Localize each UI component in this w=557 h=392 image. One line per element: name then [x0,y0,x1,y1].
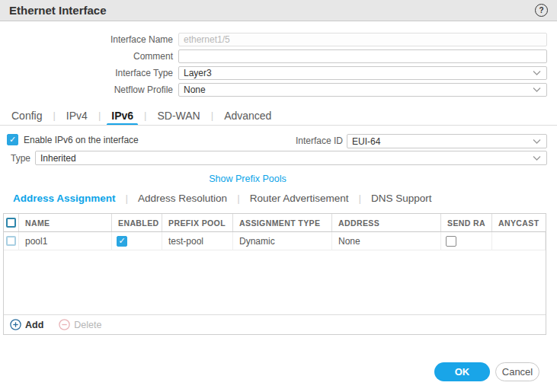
chevron-down-icon [533,155,541,161]
delete-button-label: Delete [74,320,101,330]
show-prefix-pools-link[interactable]: Show Prefix Pools [190,174,305,184]
enable-ipv6-label: Enable IPv6 on the interface [24,135,139,145]
table-header-row: NAMEENABLEDPREFIX POOLASSIGNMENT TYPEADD… [4,214,546,232]
subtab-separator: | [126,193,129,204]
column-header-assignment-type: ASSIGNMENT TYPE [233,214,332,231]
interface-name-value: ethernet1/5 [184,34,230,45]
form-row-interface-type: Interface Type Layer3 [0,66,547,80]
interface-name-field: ethernet1/5 [178,33,547,46]
type-select[interactable]: Inherited [35,151,547,165]
tab-ipv4[interactable]: IPv4 [65,106,89,125]
header-select-all-cell [4,214,19,231]
column-header-name: NAME [19,214,112,231]
dialog-title: Ethernet Interface [9,4,107,17]
type-value: Inherited [40,153,76,164]
enable-ipv6-row: ✓ Enable IPv6 on the interface [7,134,139,145]
tab-sd-wan[interactable]: SD-WAN [155,106,201,125]
column-header-anycast: ANYCAST [492,214,546,231]
minus-circle-icon [59,319,70,330]
comment-field[interactable] [178,49,547,63]
delete-button[interactable]: Delete [59,319,101,330]
column-header-send-ra: SEND RA [441,214,492,231]
tab-ipv6[interactable]: IPv6 [110,106,135,125]
address-assignment-table: NAMEENABLEDPREFIX POOLASSIGNMENT TYPEADD… [3,213,546,335]
tab-separator: | [144,110,146,121]
type-label: Type [0,153,30,164]
tab-separator: | [211,110,213,121]
subtab-address-assignment[interactable]: Address Assignment [13,193,116,204]
cell-assignment-type: Dynamic [233,232,332,250]
interface-type-value: Layer3 [184,68,212,78]
form-row-comment: Comment [0,49,547,63]
ok-button[interactable]: OK [434,362,490,381]
help-icon[interactable]: ? [535,4,548,17]
column-header-enabled: ENABLED [112,214,162,231]
netflow-profile-label: Netflow Profile [0,84,178,95]
table-body: pool1✓test-poolDynamicNone [4,232,546,250]
tab-advanced[interactable]: Advanced [222,106,273,125]
netflow-profile-value: None [184,84,206,95]
sub-tabs: Address Assignment|Address Resolution|Ro… [13,190,432,206]
main-tabs: Config|IPv4|IPv6|SD-WAN|Advanced [10,106,273,125]
cell-send-ra [441,232,492,250]
table-action-bar: Add Delete [4,314,546,334]
plus-circle-icon [10,319,21,330]
netflow-profile-select[interactable]: None [178,83,547,97]
tabs-divider [0,125,557,126]
interface-type-label: Interface Type [0,68,178,78]
interface-name-label: Interface Name [0,34,178,45]
interface-type-select[interactable]: Layer3 [178,66,547,80]
check-icon: ✓ [9,135,16,144]
row-select-cell [4,232,19,250]
interface-id-label: Interface ID [267,135,343,146]
tab-config[interactable]: Config [10,106,43,125]
row-select-checkbox[interactable] [6,236,16,246]
cell-address: None [332,232,441,250]
interface-id-value: EUI-64 [352,136,380,147]
enable-ipv6-checkbox[interactable]: ✓ [7,134,18,145]
cell-anycast [492,232,546,250]
tab-separator: | [53,110,55,121]
subtab-separator: | [237,193,240,204]
chevron-down-icon [533,88,541,93]
subtab-address-resolution[interactable]: Address Resolution [138,193,227,204]
add-button-label: Add [25,320,43,330]
tab-separator: | [98,110,101,121]
check-icon: ✓ [118,237,125,245]
subtab-dns-support[interactable]: DNS Support [371,193,432,204]
form-row-netflow-profile: Netflow Profile None [0,83,547,97]
chevron-down-icon [533,139,541,144]
form-row-interface-name: Interface Name ethernet1/5 [0,33,547,46]
table-empty-area [4,250,546,314]
cell-enabled: ✓ [112,232,162,250]
subtab-router-advertisement[interactable]: Router Advertisement [250,193,349,204]
table-row[interactable]: pool1✓test-poolDynamicNone [4,232,546,250]
cell-name: pool1 [19,232,112,250]
add-button[interactable]: Add [10,319,43,330]
cancel-button[interactable]: Cancel [495,362,539,381]
column-header-prefix-pool: PREFIX POOL [162,214,233,231]
comment-label: Comment [0,51,178,62]
select-all-checkbox[interactable] [6,218,16,228]
enabled-checkbox[interactable]: ✓ [117,236,127,247]
cell-prefix-pool: test-pool [162,232,233,250]
chevron-down-icon [533,71,541,76]
subtab-separator: | [358,193,361,204]
dialog-titlebar: Ethernet Interface ? [0,0,557,21]
send-ra-checkbox[interactable] [446,236,456,247]
column-header-address: ADDRESS [332,214,441,231]
interface-id-select[interactable]: EUI-64 [347,134,547,148]
